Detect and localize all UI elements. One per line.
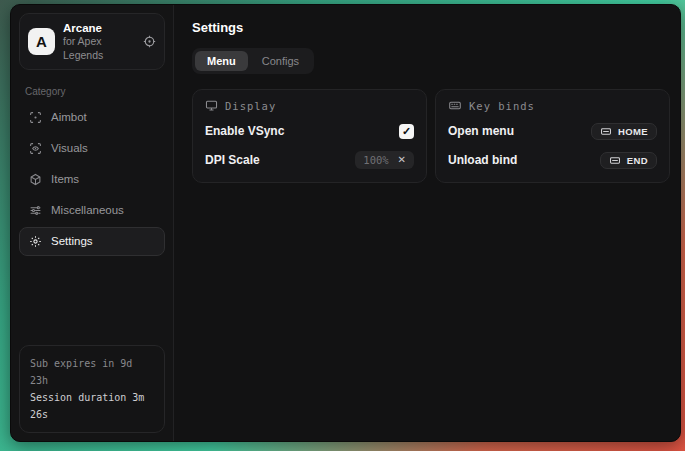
subscription-info: Sub expires in 9d 23h Session duration 3… [19, 345, 165, 433]
tab-menu[interactable]: Menu [195, 51, 248, 71]
keybinds-card: Key binds Open menu HOME [435, 89, 670, 183]
bind-key-label: END [627, 155, 648, 166]
dpi-scale-input[interactable]: 100% ✕ [355, 151, 414, 169]
bind-key-label: HOME [618, 126, 648, 137]
display-card: Display Enable VSync ✓ DPI Scale 100% ✕ [192, 89, 427, 183]
brand-subtitle: for Apex Legends [63, 35, 135, 61]
category-label: Category [25, 86, 159, 97]
sidebar-item-aimbot[interactable]: Aimbot [19, 103, 165, 132]
setting-label: Open menu [448, 124, 514, 138]
eye-icon [29, 142, 42, 155]
gear-icon [29, 235, 42, 248]
crosshair-icon [29, 111, 42, 124]
setting-row-unload-bind: Unload bind END [448, 150, 657, 170]
monitor-icon [205, 99, 218, 112]
session-duration-text: Session duration 3m 26s [30, 389, 154, 423]
sliders-icon [29, 204, 42, 217]
cube-icon [29, 173, 42, 186]
card-title: Key binds [469, 100, 535, 112]
keyboard-icon [600, 126, 612, 137]
keyboard-icon [448, 99, 462, 112]
main-content: Settings Menu Configs Display [174, 5, 681, 441]
page-title: Settings [192, 20, 670, 35]
sidebar-item-label: Settings [51, 235, 93, 247]
unload-bind-button[interactable]: END [600, 152, 657, 169]
brand-header: A Arcane for Apex Legends [19, 13, 165, 70]
setting-row-open-menu: Open menu HOME [448, 121, 657, 141]
settings-tabbar: Menu Configs [192, 48, 314, 74]
app-window: A Arcane for Apex Legends Category [10, 4, 681, 442]
setting-row-dpi: DPI Scale 100% ✕ [205, 150, 414, 170]
setting-label: DPI Scale [205, 153, 260, 167]
tab-configs[interactable]: Configs [250, 51, 311, 71]
card-title: Display [225, 100, 276, 112]
brand-name: Arcane [63, 21, 135, 35]
sidebar-item-label: Items [51, 173, 79, 185]
sidebar-item-label: Visuals [51, 142, 88, 154]
sidebar: A Arcane for Apex Legends Category [11, 5, 174, 441]
open-menu-bind-button[interactable]: HOME [591, 123, 657, 140]
sub-expires-text: Sub expires in 9d 23h [30, 355, 154, 389]
sidebar-item-visuals[interactable]: Visuals [19, 134, 165, 163]
setting-label: Enable VSync [205, 124, 284, 138]
crosshair-circle-icon[interactable] [143, 35, 156, 48]
sidebar-item-items[interactable]: Items [19, 165, 165, 194]
setting-row-vsync: Enable VSync ✓ [205, 121, 414, 141]
sidebar-item-settings[interactable]: Settings [19, 227, 165, 256]
keyboard-icon [609, 155, 621, 166]
clear-icon[interactable]: ✕ [398, 155, 406, 165]
category-nav: Aimbot Visuals [19, 103, 165, 256]
app-logo: A [28, 28, 55, 55]
sidebar-item-label: Miscellaneous [51, 204, 124, 216]
setting-label: Unload bind [448, 153, 517, 167]
sidebar-item-label: Aimbot [51, 111, 87, 123]
vsync-checkbox[interactable]: ✓ [399, 124, 414, 139]
sidebar-item-miscellaneous[interactable]: Miscellaneous [19, 196, 165, 225]
dpi-scale-value: 100% [363, 154, 388, 166]
